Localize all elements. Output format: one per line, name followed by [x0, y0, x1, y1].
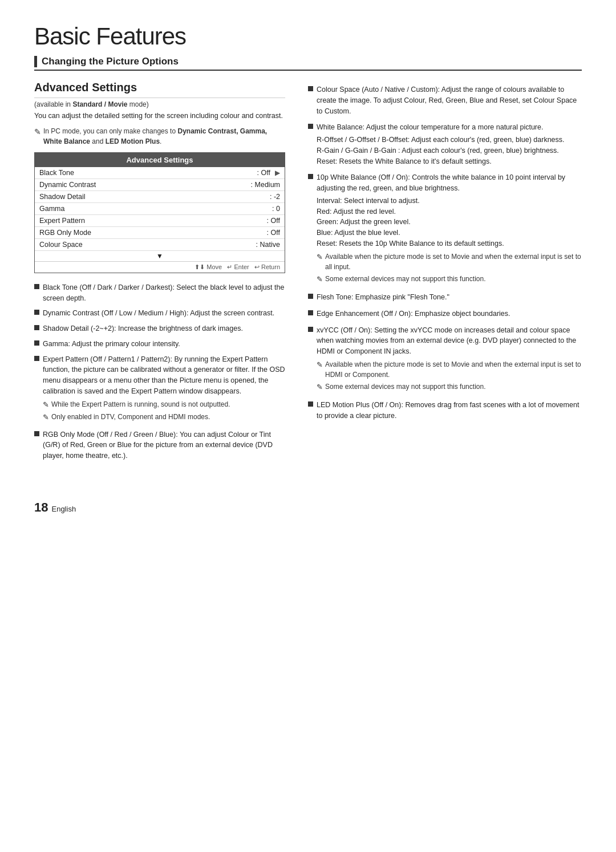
list-item: Colour Space (Auto / Native / Custom): A… [308, 84, 582, 116]
pc-note-text: In PC mode, you can only make changes to… [43, 126, 285, 147]
pc-note: ✎ In PC mode, you can only make changes … [34, 126, 285, 147]
left-bullet-list: Black Tone (Off / Dark / Darker / Darkes… [34, 282, 285, 461]
table-footer-text: ⬆⬇ Move ↵ Enter ↩ Return [194, 263, 280, 270]
bullet-square [34, 284, 39, 289]
item-text: RGB Only Mode (Off / Red / Green / Blue)… [43, 429, 285, 461]
table-rows: Black Tone : Off ▶ Dynamic Contrast : Me… [35, 167, 285, 261]
row-value: : Medium [251, 181, 280, 189]
detail-text: Interval: Select interval to adjust. [317, 196, 582, 206]
detail-text: R-Offset / G-Offset / B-Offset: Adjust e… [317, 135, 582, 145]
row-label: Colour Space [39, 241, 83, 249]
scroll-down-arrow: ▼ [35, 251, 285, 261]
row-value-group: : Off [267, 229, 280, 237]
table-footer: ⬆⬇ Move ↵ Enter ↩ Return [35, 261, 285, 273]
row-arrow: ▶ [275, 169, 280, 177]
content-area: Advanced Settings (available in Standard… [34, 81, 582, 466]
row-value: : Off [267, 229, 280, 237]
row-label: RGB Only Mode [39, 229, 91, 237]
row-value-group: : Native [256, 241, 280, 249]
bullet-square [34, 340, 39, 346]
bullet-square [34, 356, 39, 361]
table-row: RGB Only Mode : Off [35, 227, 285, 239]
list-item: Expert Pattern (Off / Pattern1 / Pattern… [34, 354, 285, 425]
list-item: xvYCC (Off / On): Setting the xvYCC mode… [308, 325, 582, 395]
detail-text: R-Gain / G-Gain / B-Gain : Adjust each c… [317, 145, 582, 156]
row-value-group: : Off [267, 217, 280, 225]
advanced-settings-table: Advanced Settings Black Tone : Off ▶ Dyn… [34, 152, 285, 273]
row-value: : -2 [270, 193, 280, 201]
row-value: : Off [257, 169, 270, 177]
bullet-square [34, 431, 39, 436]
sub-note-text: Available when the picture mode is set t… [325, 359, 582, 380]
bullet-square [308, 86, 313, 91]
sub-note: ✎ Some external devices may not support … [317, 274, 582, 285]
item-text: 10p White Balance (Off / On): Controls t… [317, 172, 582, 286]
item-text: Edge Enhancement (Off / On): Emphasize o… [317, 309, 582, 319]
item-text: xvYCC (Off / On): Setting the xvYCC mode… [317, 325, 582, 395]
item-text: Dynamic Contrast (Off / Low / Medium / H… [43, 308, 285, 319]
row-label: Shadow Detail [39, 193, 86, 201]
list-item: Black Tone (Off / Dark / Darker / Darkes… [34, 282, 285, 304]
table-row: Black Tone : Off ▶ [35, 167, 285, 179]
row-value-group: : Off ▶ [257, 169, 280, 177]
row-value-group: : -2 [270, 193, 280, 201]
table-row: Colour Space : Native [35, 239, 285, 251]
page-language: English [51, 505, 76, 513]
row-label: Dynamic Contrast [39, 181, 96, 189]
sub-note-text: Some external devices may not support th… [325, 274, 485, 284]
pencil-icon: ✎ [317, 382, 323, 393]
row-value: : Off [267, 217, 280, 225]
item-text: Expert Pattern (Off / Pattern1 / Pattern… [43, 354, 285, 425]
list-item: Dynamic Contrast (Off / Low / Medium / H… [34, 308, 285, 319]
bullet-square [308, 294, 313, 299]
item-text: White Balance: Adjust the colour tempera… [317, 122, 582, 167]
row-label: Gamma [39, 205, 64, 213]
item-text: Black Tone (Off / Dark / Darker / Darkes… [43, 282, 285, 304]
list-item: 10p White Balance (Off / On): Controls t… [308, 172, 582, 286]
available-note: (available in Standard / Movie mode) [34, 100, 285, 108]
table-row: Shadow Detail : -2 [35, 191, 285, 203]
left-column: Advanced Settings (available in Standard… [34, 81, 285, 466]
page-number: 18 [34, 500, 48, 515]
bullet-square [308, 401, 313, 407]
section-header-title: Changing the Picture Options [42, 56, 179, 67]
list-item: Edge Enhancement (Off / On): Emphasize o… [308, 309, 582, 319]
row-value: : 0 [272, 205, 280, 213]
sub-note-text: Only enabled in DTV, Component and HDMI … [51, 412, 210, 422]
bullet-square [34, 310, 39, 315]
row-value: : Native [256, 241, 280, 249]
row-label: Expert Pattern [39, 217, 85, 225]
list-item: White Balance: Adjust the colour tempera… [308, 122, 582, 167]
section-header: Changing the Picture Options [34, 56, 582, 71]
list-item: Gamma: Adjust the primary colour intensi… [34, 339, 285, 350]
item-text: Colour Space (Auto / Native / Custom): A… [317, 84, 582, 116]
row-value-group: : 0 [272, 205, 280, 213]
right-bullet-list: Colour Space (Auto / Native / Custom): A… [308, 84, 582, 421]
table-row: Dynamic Contrast : Medium [35, 179, 285, 191]
pencil-icon: ✎ [317, 274, 323, 285]
row-value-group: : Medium [251, 181, 280, 189]
pencil-icon: ✎ [43, 399, 49, 411]
section-header-bar [34, 56, 37, 67]
row-label: Black Tone [39, 169, 74, 177]
detail-text: Red: Adjust the red level. [317, 206, 582, 217]
detail-text: Blue: Adjust the blue level. [317, 228, 582, 238]
bullet-square [34, 325, 39, 330]
pencil-icon: ✎ [34, 126, 41, 138]
table-row: Gamma : 0 [35, 203, 285, 215]
sub-note: ✎ While the Expert Pattern is running, s… [43, 399, 285, 411]
subsection-title: Advanced Settings [34, 81, 285, 98]
bullet-square [308, 310, 313, 315]
bullet-square [308, 124, 313, 129]
intro-text: You can adjust the detailed setting for … [34, 111, 285, 121]
pencil-icon: ✎ [317, 359, 323, 371]
sub-note-text: While the Expert Pattern is running, sou… [51, 399, 230, 409]
sub-note: ✎ Only enabled in DTV, Component and HDM… [43, 412, 285, 423]
sub-note-text: Some external devices may not support th… [325, 382, 485, 392]
sub-note: ✎ Available when the picture mode is set… [317, 359, 582, 380]
item-text: Shadow Detail (-2~+2): Increase the brig… [43, 323, 285, 334]
item-text: LED Motion Plus (Off / On): Removes drag… [317, 400, 582, 421]
detail-text: Reset: Resets the White Balance to it's … [317, 156, 582, 167]
sub-note: ✎ Available when the picture mode is set… [317, 251, 582, 272]
page-title: Basic Features [34, 23, 582, 50]
